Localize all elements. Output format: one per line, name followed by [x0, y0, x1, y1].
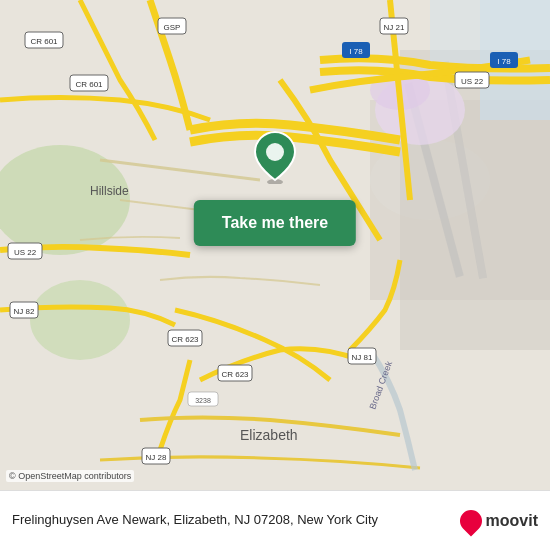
- svg-text:I 78: I 78: [349, 47, 363, 56]
- svg-text:CR 601: CR 601: [75, 80, 103, 89]
- info-bar: Frelinghuysen Ave Newark, Elizabeth, NJ …: [0, 490, 550, 550]
- map-container: CR 601 CR 601 GSP I 78 I 78 NJ 21 US 22 …: [0, 0, 550, 490]
- svg-point-44: [266, 143, 284, 161]
- moovit-logo: moovit: [460, 510, 538, 532]
- svg-text:3238: 3238: [195, 397, 211, 404]
- svg-point-2: [30, 280, 130, 360]
- svg-text:CR 623: CR 623: [171, 335, 199, 344]
- moovit-text: moovit: [486, 512, 538, 530]
- svg-text:NJ 82: NJ 82: [14, 307, 35, 316]
- moovit-icon: [455, 505, 486, 536]
- svg-text:I 78: I 78: [497, 57, 511, 66]
- svg-text:NJ 21: NJ 21: [384, 23, 405, 32]
- svg-text:NJ 81: NJ 81: [352, 353, 373, 362]
- svg-text:GSP: GSP: [164, 23, 181, 32]
- take-me-there-button[interactable]: Take me there: [194, 200, 356, 246]
- info-text-block: Frelinghuysen Ave Newark, Elizabeth, NJ …: [12, 512, 460, 529]
- svg-text:Hillside: Hillside: [90, 184, 129, 198]
- svg-text:CR 601: CR 601: [30, 37, 58, 46]
- svg-text:US 22: US 22: [14, 248, 37, 257]
- svg-text:US 22: US 22: [461, 77, 484, 86]
- svg-text:Elizabeth: Elizabeth: [240, 427, 298, 443]
- map-pin: [253, 130, 297, 188]
- svg-text:NJ 28: NJ 28: [146, 453, 167, 462]
- svg-text:CR 623: CR 623: [221, 370, 249, 379]
- osm-attribution: © OpenStreetMap contributors: [6, 470, 134, 482]
- address-text: Frelinghuysen Ave Newark, Elizabeth, NJ …: [12, 512, 460, 529]
